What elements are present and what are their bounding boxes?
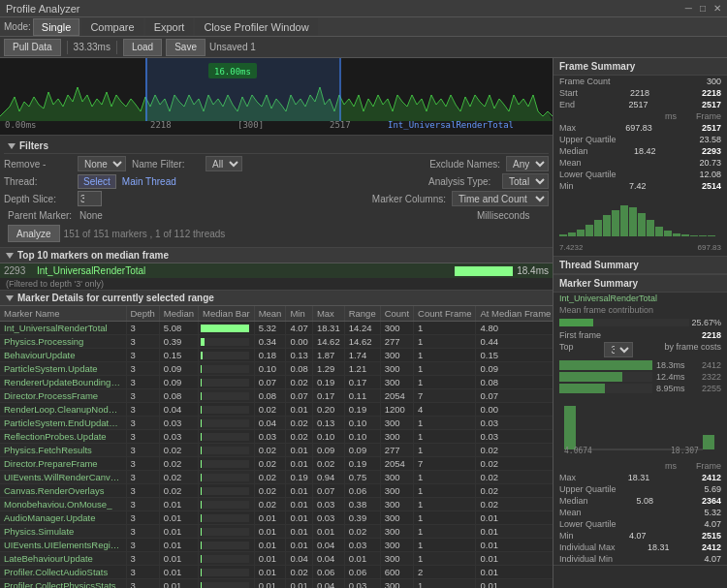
lower-q2-row: Lower Quartile 4.07 [553, 518, 727, 530]
cell-at-median: 0.00 [476, 403, 553, 417]
cell-name: RenderLoop.CleanupNodeQueue [0, 403, 126, 417]
cell-name: Canvas.RenderOverlays [0, 484, 126, 498]
top-markers-title: Top 10 markers on median frame [17, 250, 169, 261]
tab-compare[interactable]: Compare [81, 18, 142, 36]
table-row[interactable]: Profiler.CollectAudioStats 3 0.01 0.01 0… [0, 566, 553, 579]
cell-mean: 0.01 [254, 525, 286, 539]
analyze-button[interactable]: Analyze [8, 225, 60, 242]
top-value-select[interactable]: 3 [604, 342, 633, 357]
table-row[interactable]: Physics.FetchResults 3 0.02 0.02 0.01 0.… [0, 444, 553, 457]
cell-depth: 3 [126, 579, 159, 589]
svg-text:2517: 2517 [330, 120, 351, 130]
name-filter-select[interactable]: All [205, 156, 242, 171]
cell-median: 0.02 [159, 484, 198, 498]
cell-at-median: 0.07 [476, 389, 553, 403]
cell-min: 0.00 [286, 335, 313, 349]
table-row[interactable]: ParticleSystem.Update 3 0.09 0.10 0.08 1… [0, 362, 553, 376]
cell-count-frame: 1 [414, 444, 476, 457]
cell-median-bar [199, 376, 255, 389]
col-at-median[interactable]: At Median Frame [476, 306, 553, 322]
table-row[interactable]: ReflectionProbes.Update 3 0.03 0.03 0.02… [0, 430, 553, 444]
cell-name: Profiler.CollectAudioStats [0, 566, 126, 579]
median-frame: 2293 [702, 146, 721, 156]
table-row[interactable]: BehaviourUpdate 3 0.15 0.18 0.13 1.87 1.… [0, 349, 553, 362]
col-median[interactable]: Median [159, 306, 198, 322]
analysis-type-select[interactable]: Total [502, 173, 549, 189]
table-row[interactable]: Director.ProcessFrame 3 0.08 0.08 0.07 0… [0, 389, 553, 403]
table-row[interactable]: RendererUpdateBoundingVolumes 3 0.09 0.0… [0, 376, 553, 389]
cell-median-bar [199, 322, 255, 335]
cell-at-median: 0.03 [476, 417, 553, 430]
col-range[interactable]: Range [344, 306, 380, 322]
rp-col-headers: ms Frame [553, 110, 727, 122]
col-min[interactable]: Min [286, 306, 313, 322]
table-row[interactable]: Canvas.RenderOverlays 3 0.02 0.02 0.01 0… [0, 484, 553, 498]
top-markers-toggle-icon[interactable] [6, 253, 14, 259]
remove-select[interactable]: None [78, 156, 126, 171]
timeline-area[interactable]: 16.00ms 0.00ms 2218 [300] 2517 Int_Unive… [0, 58, 553, 136]
col-max[interactable]: Max [312, 306, 344, 322]
cell-at-median: 0.08 [476, 376, 553, 389]
table-row[interactable]: Physics.Simulate 3 0.01 0.01 0.01 0.01 0… [0, 525, 553, 539]
cell-count-frame: 1 [414, 579, 476, 589]
tab-single[interactable]: Single [33, 18, 80, 36]
col-count-frame[interactable]: Count Frame [414, 306, 476, 322]
cell-median-bar [199, 417, 255, 430]
cell-at-median: 0.01 [476, 566, 553, 579]
minimize-btn[interactable]: ─ [685, 3, 692, 14]
cell-median: 0.01 [159, 498, 198, 511]
cell-count: 300 [380, 471, 413, 484]
marker-details-toggle-icon[interactable] [6, 295, 14, 301]
table-row[interactable]: Int_UniversalRenderTotal 3 5.08 5.32 4.0… [0, 322, 553, 335]
lower-q-label: Lower Quartile [559, 170, 616, 179]
thread-select-button[interactable]: Select [78, 174, 116, 189]
table-row[interactable]: AudioManager.Update 3 0.01 0.01 0.01 0.0… [0, 511, 553, 525]
maximize-btn[interactable]: □ [700, 3, 706, 14]
col-depth[interactable]: Depth [126, 306, 159, 322]
svg-text:16.00ms: 16.00ms [214, 67, 251, 77]
col-marker-name[interactable]: Marker Name [0, 306, 126, 322]
unsaved-label: Unsaved 1 [209, 42, 256, 52]
cell-count-frame: 4 [414, 403, 476, 417]
table-row[interactable]: LateBehaviourUpdate 3 0.01 0.01 0.04 0.0… [0, 552, 553, 566]
exclude-select[interactable]: Any [506, 156, 549, 171]
cell-median: 0.01 [159, 539, 198, 552]
table-row[interactable]: RenderLoop.CleanupNodeQueue 3 0.04 0.02 … [0, 403, 553, 417]
marker-columns-select[interactable]: Time and Count [452, 191, 549, 206]
pull-data-button[interactable]: Pull Data [4, 39, 61, 56]
table-row[interactable]: Monobehaviou.OnMouse_ 3 0.01 0.02 0.01 0… [0, 498, 553, 511]
cell-range: 0.02 [344, 525, 380, 539]
cell-count: 300 [380, 430, 413, 444]
cell-at-median: 0.02 [476, 471, 553, 484]
table-row[interactable]: UIEvents.WillRenderCanvases 3 0.02 0.02 … [0, 471, 553, 484]
lower-q2-ms: 4.07 [704, 519, 721, 529]
col-count[interactable]: Count [380, 306, 413, 322]
cell-mean: 0.07 [254, 376, 286, 389]
cell-min: 0.01 [286, 525, 313, 539]
table-row[interactable]: ParticleSystem.EndUpdateAll 3 0.03 0.04 … [0, 417, 553, 430]
cell-name: Director.PrepareFrame [0, 457, 126, 471]
cell-median: 0.02 [159, 457, 198, 471]
load-button[interactable]: Load [123, 39, 162, 56]
table-row[interactable]: Director.PrepareFrame 3 0.02 0.02 0.01 0… [0, 457, 553, 471]
tab-export[interactable]: Export [145, 18, 194, 36]
svg-rect-4 [339, 58, 341, 121]
table-section[interactable]: Marker Name Depth Median Median Bar Mean… [0, 306, 553, 588]
save-button[interactable]: Save [166, 39, 205, 56]
table-row[interactable]: UIEvents.UIElementsRegisterRenderers 3 0… [0, 539, 553, 552]
frame-summary-section: Frame Summary Frame Count 300 Start 2218… [553, 58, 727, 257]
filters-toggle-icon[interactable] [8, 143, 16, 149]
cell-depth: 3 [126, 322, 159, 335]
cell-median-bar [199, 335, 255, 349]
col-mean[interactable]: Mean [254, 306, 286, 322]
exclude-label: Exclude Names: [429, 159, 500, 170]
cell-name: Physics.Processing [0, 335, 126, 349]
depth-slice-input[interactable] [78, 191, 102, 206]
median2-label: Median [559, 496, 588, 506]
bar-1-ms: 18.3ms [656, 360, 690, 370]
marker-details-header: Marker Details for currently selected ra… [0, 291, 553, 306]
table-row[interactable]: Physics.Processing 3 0.39 0.34 0.00 14.6… [0, 335, 553, 349]
close-btn[interactable]: ✕ [713, 3, 721, 14]
tab-close-profiler[interactable]: Close Profiler Window [195, 18, 317, 36]
table-row[interactable]: Profiler.CollectPhysicsStats 3 0.01 0.01… [0, 579, 553, 589]
